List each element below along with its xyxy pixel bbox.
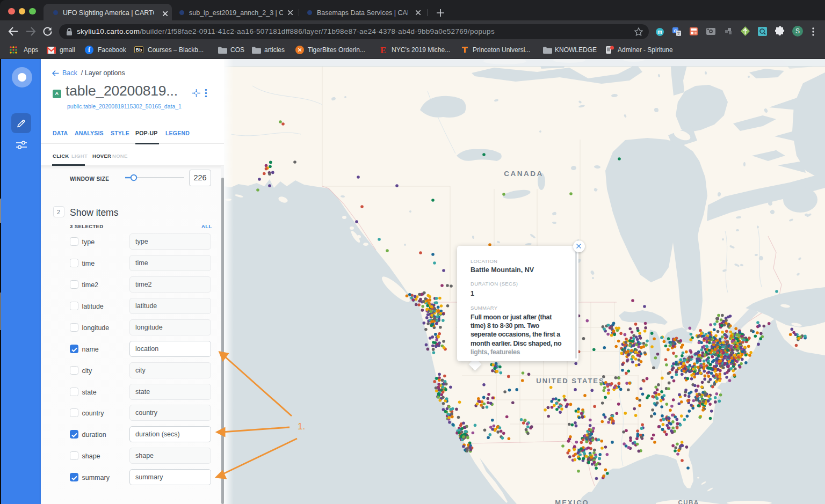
svg-text:MEXICO: MEXICO: [555, 499, 589, 504]
svg-text:UNITED STATES: UNITED STATES: [536, 377, 604, 385]
svg-text:CUBA: CUBA: [678, 499, 699, 504]
svg-text:CANADA: CANADA: [504, 170, 544, 178]
svg-text:文: 文: [677, 31, 681, 35]
